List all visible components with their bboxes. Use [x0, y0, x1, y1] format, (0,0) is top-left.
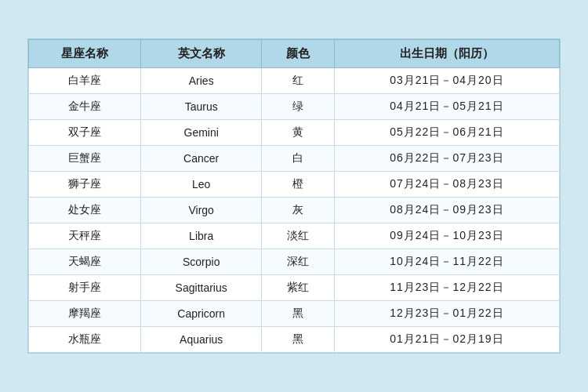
cell-chinese-name: 巨蟹座 [29, 146, 141, 172]
cell-chinese-name: 摩羯座 [29, 301, 141, 327]
cell-dates: 08月24日－09月23日 [334, 198, 559, 223]
cell-color: 绿 [262, 94, 335, 120]
cell-english-name: Taurus [141, 94, 262, 120]
table-row: 摩羯座Capricorn黑12月23日－01月22日 [29, 301, 560, 327]
cell-chinese-name: 天蝎座 [29, 249, 141, 275]
cell-dates: 12月23日－01月22日 [334, 301, 559, 327]
cell-color: 深红 [262, 249, 335, 275]
cell-dates: 04月21日－05月21日 [334, 94, 559, 120]
cell-color: 紫红 [262, 275, 335, 301]
cell-english-name: Capricorn [141, 301, 262, 327]
table-row: 处女座Virgo灰08月24日－09月23日 [29, 198, 560, 223]
cell-english-name: Libra [141, 223, 262, 249]
cell-english-name: Leo [141, 172, 262, 198]
cell-dates: 06月22日－07月23日 [334, 146, 559, 172]
cell-color: 红 [262, 68, 335, 94]
cell-chinese-name: 射手座 [29, 275, 141, 301]
table-row: 巨蟹座Cancer白06月22日－07月23日 [29, 146, 560, 172]
cell-color: 灰 [262, 198, 335, 223]
header-birth-date: 出生日期（阳历） [334, 40, 559, 68]
cell-color: 橙 [262, 172, 335, 198]
cell-chinese-name: 金牛座 [29, 94, 141, 120]
cell-english-name: Sagittarius [141, 275, 262, 301]
zodiac-table-container: 星座名称 英文名称 颜色 出生日期（阳历） 白羊座Aries红03月21日－04… [27, 38, 561, 354]
header-english-name: 英文名称 [141, 40, 262, 68]
cell-dates: 03月21日－04月20日 [334, 68, 559, 94]
cell-color: 黄 [262, 120, 335, 146]
cell-english-name: Virgo [141, 198, 262, 223]
cell-chinese-name: 天秤座 [29, 223, 141, 249]
cell-english-name: Scorpio [141, 249, 262, 275]
table-row: 白羊座Aries红03月21日－04月20日 [29, 68, 560, 94]
table-row: 射手座Sagittarius紫红11月23日－12月22日 [29, 275, 560, 301]
cell-chinese-name: 双子座 [29, 120, 141, 146]
zodiac-table: 星座名称 英文名称 颜色 出生日期（阳历） 白羊座Aries红03月21日－04… [28, 39, 560, 353]
cell-chinese-name: 狮子座 [29, 172, 141, 198]
cell-chinese-name: 处女座 [29, 198, 141, 223]
cell-dates: 09月24日－10月23日 [334, 223, 559, 249]
cell-color: 淡红 [262, 223, 335, 249]
table-row: 天秤座Libra淡红09月24日－10月23日 [29, 223, 560, 249]
cell-dates: 07月24日－08月23日 [334, 172, 559, 198]
cell-dates: 11月23日－12月22日 [334, 275, 559, 301]
cell-english-name: Cancer [141, 146, 262, 172]
cell-dates: 01月21日－02月19日 [334, 327, 559, 353]
table-header-row: 星座名称 英文名称 颜色 出生日期（阳历） [29, 40, 560, 68]
cell-chinese-name: 白羊座 [29, 68, 141, 94]
cell-color: 白 [262, 146, 335, 172]
cell-color: 黑 [262, 301, 335, 327]
table-row: 水瓶座Aquarius黑01月21日－02月19日 [29, 327, 560, 353]
header-chinese-name: 星座名称 [29, 40, 141, 68]
cell-dates: 05月22日－06月21日 [334, 120, 559, 146]
cell-english-name: Aries [141, 68, 262, 94]
table-body: 白羊座Aries红03月21日－04月20日金牛座Taurus绿04月21日－0… [29, 68, 560, 353]
cell-dates: 10月24日－11月22日 [334, 249, 559, 275]
table-row: 狮子座Leo橙07月24日－08月23日 [29, 172, 560, 198]
header-color: 颜色 [262, 40, 335, 68]
cell-english-name: Aquarius [141, 327, 262, 353]
cell-chinese-name: 水瓶座 [29, 327, 141, 353]
table-row: 天蝎座Scorpio深红10月24日－11月22日 [29, 249, 560, 275]
cell-english-name: Gemini [141, 120, 262, 146]
table-row: 金牛座Taurus绿04月21日－05月21日 [29, 94, 560, 120]
cell-color: 黑 [262, 327, 335, 353]
table-row: 双子座Gemini黄05月22日－06月21日 [29, 120, 560, 146]
